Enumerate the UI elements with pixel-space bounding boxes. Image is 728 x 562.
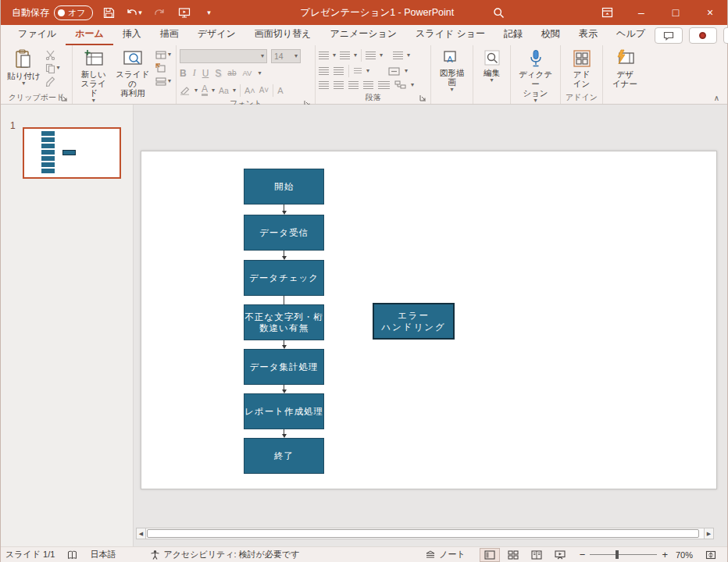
undo-button[interactable]: ▾ xyxy=(126,4,143,21)
addins-button[interactable]: アド イン xyxy=(569,48,594,90)
strikethrough-button[interactable]: ab xyxy=(227,69,236,77)
close-button[interactable]: × xyxy=(693,0,727,25)
slide-indicator[interactable]: スライド 1/1 xyxy=(5,549,55,560)
tab-draw[interactable]: 描画 xyxy=(151,24,188,45)
grow-font-button[interactable]: A˄ xyxy=(244,86,255,95)
clear-formatting-button[interactable]: A xyxy=(277,86,283,95)
justify-icon[interactable] xyxy=(363,81,373,89)
comments-button[interactable] xyxy=(655,27,683,44)
zoom-in-button[interactable]: + xyxy=(662,549,668,560)
line-spacing-icon[interactable] xyxy=(366,52,376,59)
tab-record[interactable]: 記録 xyxy=(494,24,532,45)
distribute-icon[interactable] xyxy=(378,81,390,89)
notes-button[interactable]: ノート xyxy=(425,549,466,560)
flow-box-start[interactable]: 開始 xyxy=(244,169,324,205)
new-slide-button[interactable]: 新しい スライド ▾ xyxy=(76,48,111,105)
section-button[interactable]: ▾ xyxy=(155,76,171,87)
undo-caret-icon[interactable]: ▾ xyxy=(138,9,142,16)
format-painter-button[interactable] xyxy=(45,76,60,87)
tab-transitions[interactable]: 画面切り替え xyxy=(245,24,321,45)
tab-file[interactable]: ファイル xyxy=(9,24,66,45)
font-name-combo[interactable]: ▾ xyxy=(180,49,267,63)
designer-button[interactable]: デザ イナー xyxy=(609,48,641,90)
flow-box-receive[interactable]: データ受信 xyxy=(244,215,324,251)
italic-button[interactable]: I xyxy=(193,67,196,79)
scrollbar-thumb[interactable] xyxy=(147,529,699,538)
scroll-left-button[interactable]: ◀ xyxy=(136,528,146,539)
fit-to-window-button[interactable] xyxy=(701,548,721,562)
tab-review[interactable]: 校閲 xyxy=(532,24,569,45)
reading-view-button[interactable] xyxy=(526,548,547,562)
bullets-icon[interactable] xyxy=(319,52,329,59)
scrollbar-track[interactable] xyxy=(146,528,704,539)
reset-slide-button[interactable] xyxy=(155,62,171,73)
maximize-button[interactable]: □ xyxy=(658,0,693,25)
slideshow-view-button[interactable] xyxy=(550,548,570,562)
slide-sorter-view-button[interactable] xyxy=(503,548,523,562)
paste-button[interactable]: 貼り付け ▾ xyxy=(4,48,44,88)
cut-button[interactable] xyxy=(45,49,60,60)
autosave-toggle[interactable]: オフ xyxy=(54,5,93,20)
share-button[interactable]: ▾ xyxy=(723,27,728,44)
align-center-icon[interactable] xyxy=(334,81,344,89)
slide-thumbnail[interactable] xyxy=(23,127,121,179)
minimize-button[interactable]: – xyxy=(624,0,658,25)
scroll-right-button[interactable]: ▶ xyxy=(704,528,714,539)
search-button[interactable] xyxy=(490,4,507,21)
flow-box-validate[interactable]: 不正な文字列・桁 数違い有無 xyxy=(244,304,324,340)
record-button[interactable] xyxy=(689,27,717,44)
numbering-icon[interactable] xyxy=(340,52,350,59)
start-slideshow-button[interactable] xyxy=(176,4,193,21)
align-right-icon[interactable] xyxy=(348,81,359,89)
flow-box-aggregate[interactable]: データ集計処理 xyxy=(244,349,324,385)
underline-button[interactable]: U xyxy=(202,68,209,79)
proofing-button[interactable] xyxy=(67,550,77,560)
change-case-button[interactable]: Aa xyxy=(219,86,229,95)
zoom-slider-thumb[interactable] xyxy=(616,550,619,559)
align-text-icon[interactable] xyxy=(388,67,400,76)
font-size-combo[interactable]: 14 ▾ xyxy=(271,49,301,63)
character-spacing-button[interactable]: AV xyxy=(242,69,252,77)
align-left-icon[interactable] xyxy=(319,81,329,89)
clipboard-dialog-launcher[interactable] xyxy=(61,94,68,101)
language-indicator[interactable]: 日本語 xyxy=(90,549,116,560)
flow-box-error-handling[interactable]: エラー ハンドリング xyxy=(373,303,455,340)
reuse-slides-button[interactable]: スライドの 再利用 xyxy=(111,48,154,99)
tab-design[interactable]: デザイン xyxy=(188,24,245,45)
columns-icon[interactable] xyxy=(354,68,362,75)
highlight-pen-icon[interactable] xyxy=(180,86,191,95)
tab-help[interactable]: ヘルプ xyxy=(607,24,655,45)
paragraph-dialog-launcher[interactable] xyxy=(419,94,426,101)
customize-qat-button[interactable]: ▾ xyxy=(201,4,218,21)
slide-layout-button[interactable]: ▾ xyxy=(155,49,171,60)
accessibility-status[interactable]: アクセシビリティ: 検討が必要です xyxy=(150,549,299,560)
zoom-percent[interactable]: 70% xyxy=(676,550,693,560)
font-color-button[interactable]: A xyxy=(202,85,208,96)
tab-animations[interactable]: アニメーション xyxy=(320,24,406,45)
decrease-indent-icon[interactable] xyxy=(319,67,329,75)
text-direction-icon[interactable] xyxy=(393,52,403,59)
shrink-font-button[interactable]: A˅ xyxy=(259,86,269,94)
tab-view[interactable]: 表示 xyxy=(569,24,607,45)
ribbon-display-options-button[interactable] xyxy=(590,0,624,25)
tab-slideshow[interactable]: スライド ショー xyxy=(406,24,494,45)
convert-smartart-icon[interactable] xyxy=(394,80,406,89)
tab-home[interactable]: ホーム xyxy=(66,24,113,45)
bold-button[interactable]: B xyxy=(180,68,187,79)
drawing-button[interactable]: A 図形描画 ▾ xyxy=(434,48,469,94)
flow-box-check[interactable]: データチェック xyxy=(244,260,324,296)
save-button[interactable] xyxy=(101,4,118,21)
tab-insert[interactable]: 挿入 xyxy=(113,24,151,45)
collapse-ribbon-chevron-icon[interactable]: ∧ xyxy=(714,94,719,102)
copy-button[interactable]: ▾ xyxy=(45,62,60,73)
editing-button[interactable]: 編集 ▾ xyxy=(480,48,504,85)
autosave-control[interactable]: 自動保存 オフ xyxy=(12,5,93,20)
flow-box-end[interactable]: 終了 xyxy=(244,438,324,474)
dictation-button[interactable]: ディクテー ション ▾ xyxy=(514,48,557,105)
zoom-out-button[interactable]: − xyxy=(580,549,586,560)
text-shadow-button[interactable]: S xyxy=(215,68,221,79)
normal-view-button[interactable] xyxy=(480,548,500,562)
zoom-slider[interactable] xyxy=(590,554,657,555)
flow-box-report[interactable]: レポート作成処理 xyxy=(244,393,324,429)
increase-indent-icon[interactable] xyxy=(334,67,344,75)
